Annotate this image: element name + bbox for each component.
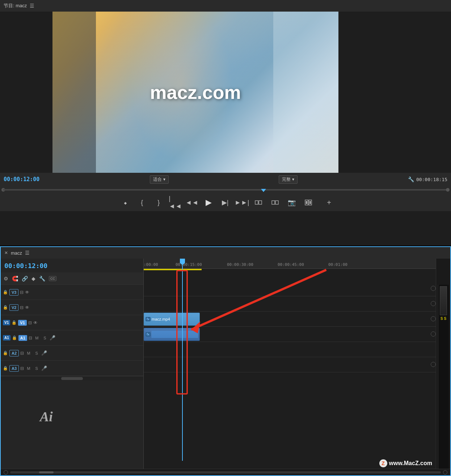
a3-track-area: [144, 357, 436, 372]
timeline-right-panel: S S: [436, 259, 450, 475]
a2-mute[interactable]: M: [25, 351, 32, 355]
monitor-timecode[interactable]: 00:00:12:00: [4, 176, 39, 183]
snap-icon[interactable]: 🧲: [12, 276, 18, 281]
a1-mute[interactable]: M: [34, 336, 40, 340]
step-back-button[interactable]: ◄◄: [186, 197, 197, 208]
mark-out-point[interactable]: }: [153, 197, 164, 208]
a3-track-circle: [431, 362, 436, 367]
a2-solo[interactable]: S: [33, 351, 40, 355]
monitor-controls-bar: 00:00:12:00 适合 ▾ 完整 ▾ 🔧 00:00:18:15: [0, 173, 451, 186]
a2-lock[interactable]: 🔒: [3, 351, 8, 355]
v1-track-circle: [431, 316, 436, 321]
v1-outer-label[interactable]: V1: [3, 320, 10, 325]
duration-display: 🔧 00:00:18:15: [408, 176, 447, 182]
v2-track-area: [144, 296, 436, 312]
play-next-frame[interactable]: ▶|: [220, 197, 231, 208]
linked-selection-icon[interactable]: 🔗: [22, 276, 28, 281]
a2-collapse[interactable]: ⊟: [20, 351, 24, 356]
a3-mute[interactable]: M: [25, 366, 32, 371]
play-button[interactable]: ▶: [203, 197, 214, 208]
scroll-handle[interactable]: [61, 377, 83, 380]
a1-solo[interactable]: S: [42, 336, 48, 340]
a1-inner-label[interactable]: A1: [18, 335, 27, 341]
insert-button[interactable]: [253, 197, 264, 208]
mark-icon[interactable]: ◆: [31, 276, 35, 281]
v3-label[interactable]: V3: [9, 289, 18, 296]
ruler-30: 00:00:30:00: [227, 262, 253, 267]
monitor-menu-icon[interactable]: ☰: [30, 3, 34, 9]
ai-label: Ai: [40, 409, 53, 425]
timeline-toolbar: ⚙ 🧲 🔗 ◆ 🔧 CC: [1, 272, 143, 285]
fx-badge-video: fx: [146, 317, 151, 321]
scrubber-track[interactable]: [3, 189, 448, 191]
v1-collapse[interactable]: ⊟: [28, 320, 32, 325]
v2-track-circle: [431, 301, 436, 306]
ruler-01: 00:01:00: [328, 262, 347, 267]
v1-lock[interactable]: 🔒: [12, 320, 17, 325]
export-frame-button[interactable]: 📷: [286, 197, 297, 208]
a3-lock[interactable]: 🔒: [3, 366, 8, 371]
video-clip[interactable]: fx macz.mp4: [144, 313, 200, 326]
wrench-tool-icon[interactable]: 🔧: [39, 276, 45, 281]
watermark-text: macz.com: [150, 82, 241, 103]
a3-label[interactable]: A3: [9, 365, 19, 372]
a3-mic[interactable]: 🎤: [41, 366, 47, 371]
v3-track-circle: [431, 286, 436, 291]
sequence-settings-icon[interactable]: ⚙: [4, 276, 8, 281]
v3-lock[interactable]: 🔒: [3, 290, 8, 295]
mark-in-point[interactable]: {: [136, 197, 147, 208]
a1-collapse[interactable]: ⊟: [29, 335, 32, 341]
timeline-tracks-area: :00:00 00:00:15:00 00:00:30:00 00:00:45:…: [144, 259, 436, 475]
v1-track-area: fx macz.mp4: [144, 312, 436, 327]
trim-monitor-button[interactable]: [303, 197, 314, 208]
v1-eye[interactable]: 👁: [33, 320, 38, 325]
track-scroll-bottom[interactable]: [1, 376, 143, 380]
v2-collapse[interactable]: ⊟: [20, 305, 24, 310]
scroll-right-circle: [443, 470, 447, 475]
video-bg: macz.com: [52, 12, 338, 173]
macz-logo: Z: [379, 459, 387, 467]
scrubber-handle[interactable]: [261, 187, 266, 192]
a1-mic[interactable]: 🎤: [50, 335, 55, 341]
a3-collapse[interactable]: ⊟: [20, 366, 24, 371]
v1-inner-label[interactable]: V1: [18, 320, 27, 326]
timeline-header: ✕ macz ☰: [1, 247, 450, 259]
timeline-close[interactable]: ✕: [4, 250, 8, 255]
mark-in-button[interactable]: ⬥: [120, 197, 131, 208]
svg-rect-8: [309, 201, 311, 204]
settings-icon[interactable]: 🔧: [408, 176, 414, 182]
a2-track-area: [144, 342, 436, 357]
overwrite-button[interactable]: [270, 197, 281, 208]
v2-label[interactable]: V2: [9, 304, 18, 311]
timeline-timecode[interactable]: 00:00:12:00: [1, 259, 143, 272]
timeline-scrollbar[interactable]: [1, 469, 450, 475]
horizontal-scroll-track[interactable]: [10, 471, 441, 473]
v3-collapse[interactable]: ⊟: [20, 290, 24, 295]
macz-watermark: Z www.MacZ.com: [379, 459, 432, 467]
a2-label[interactable]: A2: [9, 350, 19, 356]
a1-outer-label[interactable]: A1: [3, 335, 10, 341]
v2-eye[interactable]: 👁: [25, 305, 29, 310]
track-row-v3: 🔒 V3 ⊟ 👁: [1, 285, 143, 300]
playback-controls: ⬥ { } |◄◄ ◄◄ ▶ ▶| ►►| 📷 +: [0, 194, 451, 211]
v3-eye[interactable]: 👁: [25, 290, 29, 295]
go-to-out-point[interactable]: ►►|: [236, 197, 247, 208]
a2-mic[interactable]: 🎤: [41, 350, 47, 356]
quality-dropdown[interactable]: 完整 ▾: [279, 175, 298, 184]
a1-track-circle: [431, 331, 436, 337]
a3-solo[interactable]: S: [33, 366, 40, 371]
fx-badge-audio: fx: [146, 332, 151, 337]
ruler-45: 00:00:45:00: [278, 262, 304, 267]
horizontal-scroll-handle[interactable]: [39, 471, 54, 473]
go-to-in-point[interactable]: |◄◄: [170, 197, 181, 208]
add-controls-button[interactable]: +: [327, 199, 331, 207]
scrubber-bar[interactable]: [0, 186, 451, 194]
timeline-menu[interactable]: ☰: [25, 250, 30, 256]
meter-bar: [440, 286, 447, 315]
fit-dropdown[interactable]: 适合 ▾: [150, 175, 169, 184]
v2-lock[interactable]: 🔒: [3, 305, 8, 310]
timeline-panel: ✕ macz ☰ 00:00:12:00 ⚙ 🧲 🔗 ◆ 🔧 CC 🔒 V3 ⊟: [0, 246, 451, 476]
ruler-00: :00:00: [144, 262, 158, 267]
audio-clip[interactable]: fx: [144, 328, 200, 341]
a1-lock[interactable]: 🔒: [12, 335, 17, 340]
